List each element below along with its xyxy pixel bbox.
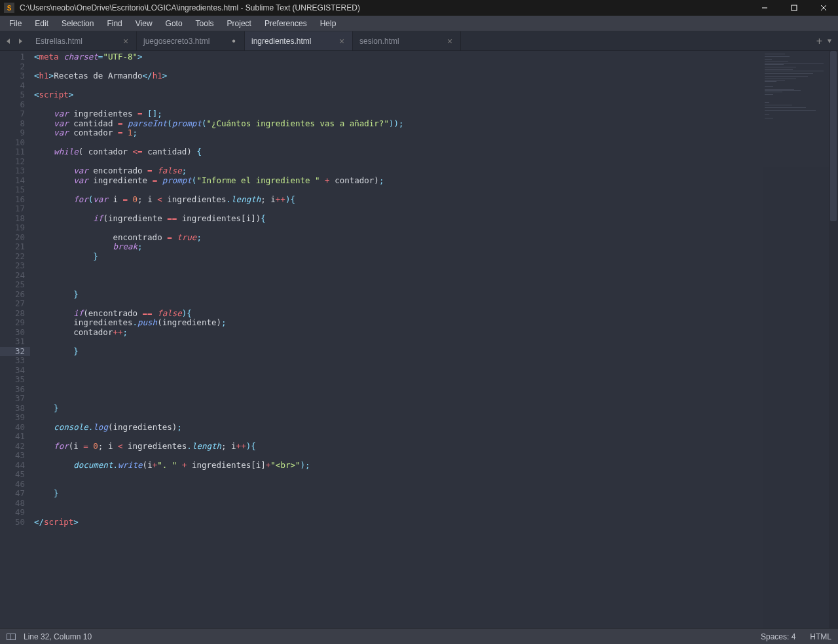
- code-line[interactable]: [34, 138, 838, 148]
- code-line[interactable]: var contador = 1;: [34, 128, 838, 138]
- code-line[interactable]: [34, 508, 838, 518]
- code-line[interactable]: for(var i = 0; i < ingredientes.length; …: [34, 195, 838, 205]
- code-line[interactable]: [34, 271, 838, 281]
- code-line[interactable]: [34, 432, 838, 442]
- code-line[interactable]: }: [34, 290, 838, 300]
- nav-back-icon[interactable]: [4, 37, 13, 46]
- scrollbar-vertical[interactable]: [829, 51, 838, 628]
- code-line[interactable]: [34, 337, 838, 347]
- line-number: 30: [5, 328, 25, 338]
- code-line[interactable]: [34, 62, 838, 72]
- code-line[interactable]: [34, 356, 838, 366]
- code-line[interactable]: }: [34, 404, 838, 414]
- menu-item-help[interactable]: Help: [314, 17, 343, 30]
- line-number: 22: [5, 252, 25, 262]
- code-line[interactable]: var encontrado = false;: [34, 166, 838, 176]
- nav-forward-icon[interactable]: [16, 37, 25, 46]
- code-line[interactable]: contador++;: [34, 328, 838, 338]
- line-number: 7: [5, 109, 25, 119]
- code-line[interactable]: [34, 185, 838, 195]
- tab-juegosecreto3-html[interactable]: juegosecreto3.html: [137, 31, 245, 50]
- status-syntax[interactable]: HTML: [810, 632, 831, 641]
- menu-item-file[interactable]: File: [3, 17, 28, 30]
- code-line[interactable]: if(encontrado == false){: [34, 309, 838, 319]
- code-line[interactable]: [34, 375, 838, 385]
- menu-item-project[interactable]: Project: [221, 17, 258, 30]
- code-line[interactable]: [34, 366, 838, 376]
- code-line[interactable]: <meta charset="UTF-8">: [34, 52, 838, 62]
- line-number: 49: [5, 508, 25, 518]
- code-line[interactable]: [34, 385, 838, 395]
- tab-label: juegosecreto3.html: [143, 37, 210, 46]
- line-number: 27: [5, 299, 25, 309]
- code-line[interactable]: <h1>Recetas de Armando</h1>: [34, 71, 838, 81]
- tab-label: sesion.html: [359, 37, 399, 46]
- tab-ingredientes-html[interactable]: ingredientes.html: [245, 31, 353, 50]
- new-tab-icon[interactable]: +: [816, 35, 822, 47]
- close-icon[interactable]: [446, 37, 454, 45]
- close-icon[interactable]: [122, 37, 130, 45]
- line-number: 8: [5, 119, 25, 129]
- scrollbar-thumb[interactable]: [830, 51, 837, 221]
- code-line[interactable]: while( contador <= cantidad) {: [34, 147, 838, 157]
- close-button[interactable]: [809, 0, 838, 16]
- code-line[interactable]: [34, 81, 838, 91]
- menu-item-tools[interactable]: Tools: [189, 17, 221, 30]
- line-number: 3: [5, 71, 25, 81]
- code-line[interactable]: var cantidad = parseInt(prompt("¿Cuántos…: [34, 119, 838, 129]
- line-number: 40: [5, 423, 25, 433]
- code-line[interactable]: [34, 299, 838, 309]
- code-line[interactable]: document.write(i+". " + ingredientes[i]+…: [34, 461, 838, 471]
- code-line[interactable]: [34, 451, 838, 461]
- code-line[interactable]: [34, 394, 838, 404]
- code-line[interactable]: break;: [34, 242, 838, 252]
- code-line[interactable]: [34, 499, 838, 509]
- line-number: 46: [5, 480, 25, 490]
- maximize-button[interactable]: [779, 0, 809, 16]
- code-line[interactable]: }: [34, 489, 838, 499]
- window-title: C:\Users\neobo\OneDrive\Escritorio\LOGIC…: [20, 3, 360, 12]
- code-line[interactable]: ingredientes.push(ingrediente);: [34, 318, 838, 328]
- code-line[interactable]: }: [34, 252, 838, 262]
- panel-toggle-icon[interactable]: [7, 634, 16, 640]
- code-line[interactable]: }: [34, 347, 838, 357]
- editor-area[interactable]: 1234567891011121314151617181920212223242…: [0, 51, 838, 628]
- code-line[interactable]: var ingrediente = prompt("Informe el ing…: [34, 176, 838, 186]
- status-spaces[interactable]: Spaces: 4: [761, 632, 795, 641]
- line-number: 1: [5, 52, 25, 62]
- code-line[interactable]: [34, 413, 838, 423]
- code-line[interactable]: [34, 223, 838, 233]
- menu-item-edit[interactable]: Edit: [28, 17, 55, 30]
- menu-item-goto[interactable]: Goto: [159, 17, 189, 30]
- code-line[interactable]: [34, 280, 838, 290]
- line-number: 13: [5, 166, 25, 176]
- menu-item-find[interactable]: Find: [100, 17, 128, 30]
- menu-item-view[interactable]: View: [129, 17, 159, 30]
- code-line[interactable]: encontrado = true;: [34, 233, 838, 243]
- code-line[interactable]: [34, 480, 838, 490]
- menu-item-preferences[interactable]: Preferences: [258, 17, 314, 30]
- tab-dirty-icon[interactable]: [230, 37, 238, 45]
- code-line[interactable]: <script>: [34, 90, 838, 100]
- tab-Estrellas-html[interactable]: Estrellas.html: [29, 31, 137, 50]
- line-number: 35: [5, 375, 25, 385]
- line-number: 48: [5, 499, 25, 509]
- code-line[interactable]: if(ingrediente == ingredientes[i]){: [34, 214, 838, 224]
- menu-item-selection[interactable]: Selection: [55, 17, 100, 30]
- status-position[interactable]: Line 32, Column 10: [24, 632, 92, 641]
- tab-dropdown-icon[interactable]: ▼: [826, 37, 833, 45]
- code-editor[interactable]: <meta charset="UTF-8"> <h1>Recetas de Ar…: [30, 51, 838, 628]
- code-line[interactable]: for(i = 0; i < ingredientes.length; i++)…: [34, 442, 838, 452]
- code-line[interactable]: console.log(ingredientes);: [34, 423, 838, 433]
- code-line[interactable]: </script>: [34, 518, 838, 528]
- code-line[interactable]: [34, 157, 838, 167]
- line-number: 36: [5, 385, 25, 395]
- minimize-button[interactable]: [750, 0, 779, 16]
- code-line[interactable]: [34, 100, 838, 110]
- code-line[interactable]: [34, 470, 838, 480]
- code-line[interactable]: [34, 261, 838, 271]
- code-line[interactable]: var ingredientes = [];: [34, 109, 838, 119]
- close-icon[interactable]: [338, 37, 346, 45]
- tab-sesion-html[interactable]: sesion.html: [353, 31, 461, 50]
- code-line[interactable]: [34, 204, 838, 214]
